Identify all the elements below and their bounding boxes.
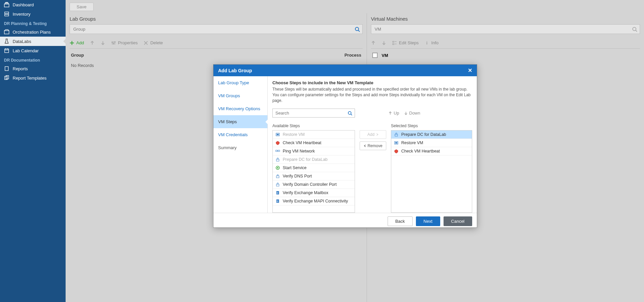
labgroups-search-input[interactable] xyxy=(70,25,352,34)
remove-step-button[interactable]: Remove xyxy=(360,142,386,150)
add-label: Add xyxy=(76,40,84,45)
svg-point-24 xyxy=(277,158,278,159)
step-row[interactable]: Prepare DC for DataLab xyxy=(391,131,472,139)
step-label: Verify Exchange Mailbox xyxy=(283,190,328,195)
col-group: Group xyxy=(71,53,84,58)
move-up-button[interactable] xyxy=(90,41,95,45)
datalabs-icon xyxy=(4,39,9,44)
vm-move-down-button[interactable] xyxy=(382,41,386,45)
step-row[interactable]: Verify DNS Port xyxy=(273,172,355,180)
labgroups-search[interactable] xyxy=(70,24,363,34)
add-button[interactable]: Add xyxy=(70,40,84,45)
nav-vm-recovery[interactable]: VM Recovery Options xyxy=(213,102,267,115)
vm-move-up-button[interactable] xyxy=(371,41,376,45)
vms-table-header: VM xyxy=(371,49,640,62)
back-button[interactable]: Back xyxy=(388,216,413,226)
move-down-button[interactable] xyxy=(101,41,105,45)
sidebar-section-documentation: DR Documentation xyxy=(0,55,66,64)
steps-search[interactable] xyxy=(272,109,355,118)
step-row[interactable]: EVerify Exchange Mailbox xyxy=(273,189,355,197)
sidebar-item-label: Report Templates xyxy=(13,76,47,81)
svg-point-26 xyxy=(277,167,278,168)
available-steps-list[interactable]: Restore VMCheck VM HeartbeatPing VM Netw… xyxy=(272,130,355,213)
save-button[interactable]: Save xyxy=(70,3,94,11)
step-icon xyxy=(394,149,399,153)
selected-steps-label: Selected Steps xyxy=(391,124,472,128)
step-icon xyxy=(275,157,280,162)
add-step-button[interactable]: Add xyxy=(360,130,386,139)
sidebar-item-inventory[interactable]: Inventory xyxy=(0,9,66,19)
step-label: Check VM Heartbeat xyxy=(401,149,440,153)
sidebar-item-report-templates[interactable]: Report Templates xyxy=(0,73,66,83)
edit-steps-label: Edit Steps xyxy=(399,40,419,45)
delete-label: Delete xyxy=(150,40,163,45)
cancel-button[interactable]: Cancel xyxy=(444,216,472,226)
step-row[interactable]: Restore VM xyxy=(273,131,355,139)
step-row[interactable]: Ping VM Network xyxy=(273,147,355,155)
dashboard-icon xyxy=(4,2,9,7)
sidebar-section-planning: DR Planning & Testing xyxy=(0,19,66,27)
sidebar-item-datalabs[interactable]: DataLabs xyxy=(0,37,66,46)
step-icon xyxy=(275,165,280,170)
svg-text:E: E xyxy=(277,200,278,203)
nav-lab-group-type[interactable]: Lab Group Type xyxy=(213,76,267,89)
modal-heading: Choose Steps to include in the New VM Te… xyxy=(272,80,472,85)
down-button[interactable]: Down xyxy=(404,111,420,116)
step-icon xyxy=(394,132,399,137)
sidebar-item-reports[interactable]: Reports xyxy=(0,64,66,73)
svg-rect-15 xyxy=(393,41,394,42)
vms-search-input[interactable] xyxy=(371,25,630,34)
sidebar-item-orchestration[interactable]: Orchestration Plans xyxy=(0,27,66,37)
labgroups-toolbar: Add Properties Delete xyxy=(70,34,363,49)
step-row[interactable]: Prepare DC for DataLab xyxy=(273,155,355,164)
step-row[interactable]: Restore VM xyxy=(391,139,472,147)
step-row[interactable]: EVerify Exchange MAPI Connectivity xyxy=(273,197,355,205)
svg-point-10 xyxy=(355,27,359,31)
nav-vm-credentials[interactable]: VM Credentials xyxy=(213,128,267,141)
vm-checkbox[interactable] xyxy=(372,53,378,58)
search-icon[interactable] xyxy=(345,109,355,117)
nav-summary[interactable]: Summary xyxy=(213,141,267,154)
svg-point-28 xyxy=(277,174,278,176)
nav-vm-steps[interactable]: VM Steps xyxy=(213,115,267,128)
svg-rect-2 xyxy=(6,2,8,3)
vms-toolbar: Edit Steps Info xyxy=(371,34,640,49)
search-icon[interactable] xyxy=(630,25,640,34)
sidebar-item-labcalendar[interactable]: Lab Calendar xyxy=(0,46,66,55)
search-icon[interactable] xyxy=(352,25,362,34)
edit-steps-button[interactable]: Edit Steps xyxy=(392,40,419,45)
step-icon: E xyxy=(275,190,280,195)
sidebar-item-label: Orchestration Plans xyxy=(13,30,51,35)
step-row[interactable]: Check VM Heartbeat xyxy=(391,147,472,155)
report-templates-icon xyxy=(4,75,9,81)
vms-title: Virtual Machines xyxy=(371,13,640,24)
step-icon xyxy=(394,141,399,145)
orchestration-icon xyxy=(4,29,9,35)
selected-steps-list[interactable]: Prepare DC for DataLabRestore VMCheck VM… xyxy=(391,130,472,213)
up-button[interactable]: Up xyxy=(388,111,399,116)
step-row[interactable]: Verify Domain Controller Port xyxy=(273,180,355,189)
sidebar-item-label: Inventory xyxy=(13,12,30,17)
next-button[interactable]: Next xyxy=(416,216,440,226)
svg-rect-20 xyxy=(277,134,279,135)
info-button[interactable]: Info xyxy=(425,40,439,45)
modal-desc: These Steps will be automatically added … xyxy=(272,87,472,103)
step-label: Verify DNS Port xyxy=(283,174,312,178)
svg-point-30 xyxy=(277,183,278,184)
step-icon: E xyxy=(275,199,280,203)
sidebar-item-dashboard[interactable]: Dashboard xyxy=(0,0,66,9)
steps-search-input[interactable] xyxy=(273,109,345,117)
step-label: Check VM Heartbeat xyxy=(283,141,321,145)
svg-point-14 xyxy=(633,27,636,31)
sidebar-item-label: Dashboard xyxy=(13,2,34,7)
delete-button[interactable]: Delete xyxy=(144,40,163,45)
properties-button[interactable]: Properties xyxy=(111,40,138,45)
nav-vm-groups[interactable]: VM Groups xyxy=(213,89,267,102)
step-row[interactable]: Start Service xyxy=(273,164,355,172)
step-label: Ping VM Network xyxy=(283,149,315,153)
vms-search[interactable] xyxy=(371,24,640,34)
close-icon[interactable]: ✕ xyxy=(468,67,472,74)
col-vm: VM xyxy=(382,53,388,58)
step-icon xyxy=(275,149,280,153)
step-row[interactable]: Check VM Heartbeat xyxy=(273,139,355,147)
